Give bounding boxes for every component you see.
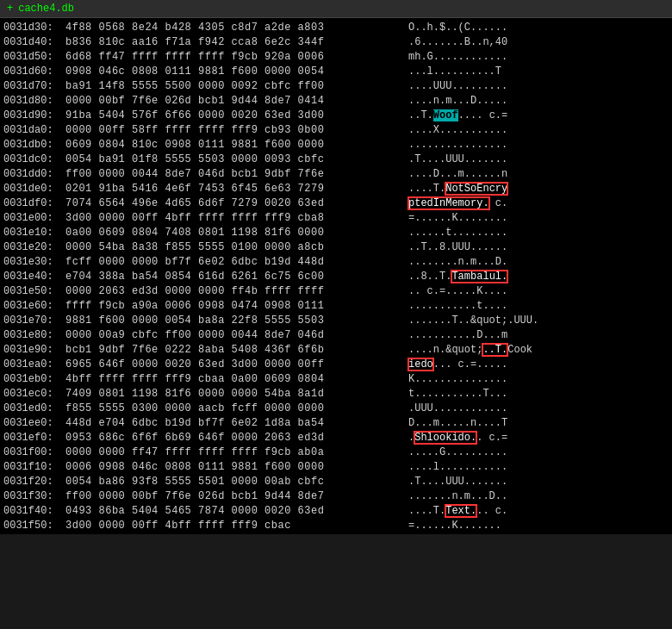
- hex-ascii: ...........t....: [408, 300, 581, 312]
- table-row: 0031eb0:4bff ffff ffff fff9 cbaa 0a00 06…: [0, 371, 672, 386]
- hex-ascii: ....D...m......n: [408, 168, 581, 180]
- hex-bytes: 0000 0000 ff47 ffff ffff ffff f9cb ab0a: [65, 446, 401, 458]
- highlight-string: ..T.: [482, 344, 507, 356]
- table-row: 0031e70:9881 f600 0000 0054 ba8a 22f8 55…: [0, 313, 672, 327]
- hex-ascii: .T....UUU.......: [408, 476, 581, 488]
- hex-bytes: 7409 0801 1198 81f6 0000 0000 54ba 8a1d: [65, 388, 401, 400]
- hex-address: 0031e50:: [3, 285, 62, 297]
- table-row: 0031df0:7074 6564 496e 4d65 6d6f 7279 00…: [0, 196, 672, 210]
- table-row: 0031e20:0000 54ba 8a38 f855 5555 0100 00…: [0, 240, 672, 254]
- table-row: 0031e00:3d00 0000 00ff 4bff ffff ffff ff…: [0, 210, 672, 225]
- hex-address: 0031de0:: [3, 183, 62, 195]
- hex-address: 0031da0:: [3, 124, 62, 136]
- hex-bytes: 0609 0804 810c 0908 0111 9881 f600 0000: [65, 139, 401, 151]
- table-row: 0031e50:0000 2063 ed3d 0000 0000 ff4b ff…: [0, 283, 672, 298]
- hex-ascii: .Shlookido.. c.=: [408, 432, 581, 444]
- table-row: 0031d30:4f88 0568 8e24 b428 4305 c8d7 a2…: [0, 20, 672, 34]
- hex-ascii: ...........D...m: [408, 329, 581, 341]
- hex-address: 0031e10:: [3, 227, 62, 239]
- highlight-string: NotSoEncry: [445, 183, 507, 195]
- hex-address: 0031f10:: [3, 461, 62, 473]
- hex-address: 0031f20:: [3, 476, 62, 488]
- hex-ascii: ...l..........T: [408, 65, 581, 78]
- table-row: 0031ee0:448d e704 6dbc b19d bf7f 6e02 1d…: [0, 415, 672, 430]
- hex-ascii: ..T.Woof.... c.=: [408, 109, 581, 121]
- hex-bytes: 3d00 0000 00ff 4bff ffff ffff fff9 cba8: [65, 212, 401, 224]
- hex-ascii: ....UUU.........: [408, 80, 581, 92]
- hex-address: 0031d40:: [3, 36, 62, 48]
- table-row: 0031f00:0000 0000 ff47 ffff ffff ffff f9…: [0, 445, 672, 459]
- table-row: 0031d80:0000 00bf 7f6e 026d bcb1 9d44 8d…: [0, 93, 672, 108]
- table-row: 0031f40:0493 86ba 5404 5465 7874 0000 00…: [0, 503, 672, 518]
- table-row: 0031ea0:6965 646f 0000 0020 63ed 3d00 00…: [0, 357, 672, 371]
- hex-address: 0031e20:: [3, 241, 62, 253]
- hex-ascii: .....G..........: [408, 446, 581, 458]
- hex-address: 0031e80:: [3, 329, 62, 341]
- hex-address: 0031d90:: [3, 109, 62, 121]
- hex-ascii: .......T..&quot;.UUU.: [408, 314, 581, 327]
- highlight-string: iedo: [408, 358, 433, 371]
- hex-bytes: 4f88 0568 8e24 b428 4305 c8d7 a2de a803: [65, 22, 401, 34]
- plus-icon: +: [7, 3, 13, 15]
- table-row: 0031f30:ff00 0000 00bf 7f6e 026d bcb1 9d…: [0, 489, 672, 503]
- hex-bytes: f855 5555 0300 0000 aacb fcff 0000 0000: [65, 402, 401, 414]
- hex-bytes: ffff f9cb a90a 0006 0908 0474 0908 0111: [65, 300, 401, 312]
- hex-address: 0031e40:: [3, 271, 62, 283]
- hex-bytes: ff00 0000 0044 8de7 046d bcb1 9dbf 7f6e: [65, 168, 401, 180]
- hex-ascii: ..8..T.Tambalul.: [408, 271, 581, 283]
- table-row: 0031e90:bcb1 9dbf 7f6e 0222 8aba 5408 43…: [0, 342, 672, 357]
- hex-address: 0031d70:: [3, 80, 62, 92]
- hex-ascii: ....T.Text... c.: [408, 505, 581, 517]
- hex-address: 0031d80:: [3, 95, 62, 107]
- table-row: 0031ec0:7409 0801 1198 81f6 0000 0000 54…: [0, 386, 672, 401]
- hex-address: 0031f00:: [3, 446, 62, 458]
- title-bar: + cache4.db: [0, 0, 672, 18]
- table-row: 0031d50:6d68 ff47 ffff ffff ffff f9cb 92…: [0, 49, 672, 64]
- hex-address: 0031ef0:: [3, 432, 62, 444]
- hex-ascii: ..T..8.UUU......: [408, 241, 581, 253]
- highlight-string: Shlookido.: [414, 432, 476, 444]
- hex-bytes: 0201 91ba 5416 4e6f 7453 6f45 6e63 7279: [65, 183, 401, 195]
- hex-address: 0031eb0:: [3, 373, 62, 385]
- hex-ascii: O..h.$..(C......: [408, 22, 581, 34]
- hex-address: 0031df0:: [3, 197, 62, 209]
- table-row: 0031dc0:0054 ba91 01f8 5555 5503 0000 00…: [0, 152, 672, 166]
- hex-address: 0031f40:: [3, 505, 62, 517]
- hex-bytes: 0000 00a9 cbfc ff00 0000 0044 8de7 046d: [65, 329, 401, 341]
- hex-address: 0031ea0:: [3, 358, 62, 371]
- hex-ascii: ................: [408, 139, 581, 151]
- hex-ascii: ptedInMemory. c.: [408, 197, 581, 209]
- table-row: 0031d60:0908 046c 0808 0111 9881 f600 00…: [0, 64, 672, 78]
- hex-ascii: =......K........: [408, 212, 581, 224]
- hex-ascii: .T....UUU.......: [408, 153, 581, 165]
- table-row: 0031dd0:ff00 0000 0044 8de7 046d bcb1 9d…: [0, 166, 672, 181]
- hex-bytes: 6965 646f 0000 0020 63ed 3d00 0000 00ff: [65, 358, 401, 371]
- table-row: 0031db0:0609 0804 810c 0908 0111 9881 f6…: [0, 137, 672, 152]
- hex-address: 0031d50:: [3, 51, 62, 63]
- hex-address: 0031e60:: [3, 300, 62, 312]
- hex-address: 0031ee0:: [3, 417, 62, 429]
- hex-bytes: 4bff ffff ffff fff9 cbaa 0a00 0609 0804: [65, 373, 401, 385]
- hex-ascii: ....n.m...D.....: [408, 95, 581, 107]
- hex-address: 0031d60:: [3, 65, 62, 78]
- hex-address: 0031ec0:: [3, 388, 62, 400]
- hex-address: 0031f30:: [3, 490, 62, 502]
- hex-ascii: ....l...........: [408, 461, 581, 473]
- table-row: 0031e40:e704 388a ba54 0854 616d 6261 6c…: [0, 269, 672, 283]
- hex-bytes: 0000 00ff 58ff ffff ffff fff9 cb93 0b00: [65, 124, 401, 136]
- hex-bytes: 0493 86ba 5404 5465 7874 0000 0020 63ed: [65, 505, 401, 517]
- hex-bytes: 3d00 0000 00ff 4bff ffff fff9 cbac: [65, 520, 401, 532]
- hex-ascii: D...m.....n....T: [408, 417, 581, 429]
- hex-bytes: 0000 00bf 7f6e 026d bcb1 9d44 8de7 0414: [65, 95, 401, 107]
- hex-address: 0031dc0:: [3, 153, 62, 165]
- hex-bytes: 0a00 0609 0804 7408 0801 1198 81f6 0000: [65, 227, 401, 239]
- table-row: 0031d70:ba91 14f8 5555 5500 0000 0092 cb…: [0, 78, 672, 93]
- hex-ascii: .......n.m...D..: [408, 490, 581, 502]
- hex-ascii: iedo... c.=.....: [408, 358, 581, 371]
- hex-ascii: ......t.........: [408, 227, 581, 239]
- hex-bytes: 0006 0908 046c 0808 0111 9881 f600 0000: [65, 461, 401, 473]
- table-row: 0031de0:0201 91ba 5416 4e6f 7453 6f45 6e…: [0, 181, 672, 196]
- hex-bytes: 91ba 5404 576f 6f66 0000 0020 63ed 3d00: [65, 109, 401, 121]
- table-row: 0031da0:0000 00ff 58ff ffff ffff fff9 cb…: [0, 122, 672, 137]
- hex-bytes: 9881 f600 0000 0054 ba8a 22f8 5555 5503: [65, 314, 401, 327]
